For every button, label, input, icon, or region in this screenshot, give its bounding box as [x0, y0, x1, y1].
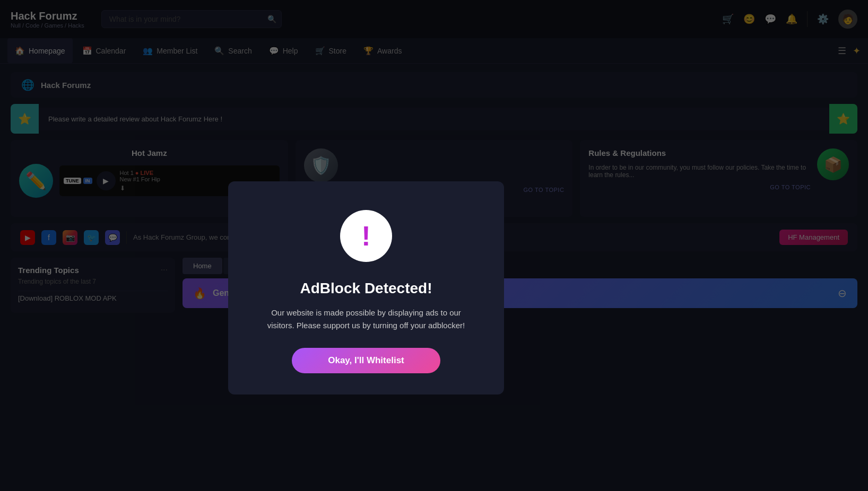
modal-icon-circle: !: [337, 207, 395, 265]
whitelist-button[interactable]: Okay, I'll Whitelist: [292, 348, 440, 373]
modal-body: Our website is made possible by displayi…: [265, 306, 467, 332]
modal-title: AdBlock Detected!: [300, 280, 432, 297]
adblock-modal: ! AdBlock Detected! Our website is made …: [228, 181, 504, 394]
overlay-backdrop: ! AdBlock Detected! Our website is made …: [0, 0, 868, 491]
exclaim-icon: !: [361, 222, 370, 250]
